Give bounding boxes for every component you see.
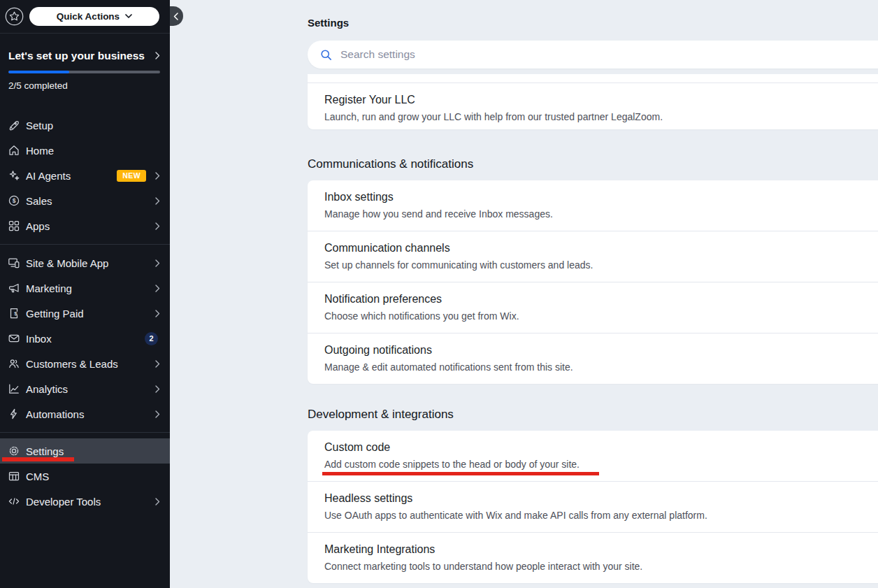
- row-description: Connect marketing tools to understand ho…: [324, 560, 878, 573]
- row-description: Use OAuth apps to authenticate with Wix …: [324, 509, 878, 522]
- sparkles-icon: [8, 169, 20, 182]
- row-description: Add custom code snippets to the head or …: [324, 458, 878, 471]
- settings-row-inbox-settings[interactable]: Inbox settings Manage how you send and r…: [308, 180, 878, 231]
- settings-card-business: Register Your LLC Launch, run and grow y…: [308, 74, 878, 129]
- invoice-icon: $: [8, 307, 20, 320]
- home-icon: [8, 144, 20, 157]
- row-description: Launch, run and grow your LLC with help …: [324, 110, 878, 123]
- svg-text:$: $: [13, 197, 16, 204]
- page-title: Settings: [308, 17, 878, 29]
- row-description: Set up channels for communicating with c…: [324, 259, 878, 271]
- setup-banner[interactable]: Let's set up your business 2/5 completed: [0, 34, 170, 92]
- row-description: Manage how you send and receive Inbox me…: [324, 208, 878, 220]
- chevron-right-icon: [155, 172, 160, 180]
- chevron-right-icon: [155, 285, 160, 292]
- chevron-right-icon: [155, 259, 160, 267]
- settings-card-communications: Inbox settings Manage how you send and r…: [308, 180, 878, 384]
- settings-page: Settings Register Your LLC Launch, run a…: [170, 0, 878, 588]
- divider: [0, 244, 170, 245]
- sidebar-item-site-mobile-app[interactable]: Site & Mobile App: [0, 250, 170, 275]
- new-badge: NEW: [117, 170, 146, 182]
- row-title: Register Your LLC: [324, 93, 878, 107]
- sidebar-item-sales[interactable]: $ Sales: [0, 188, 170, 213]
- sidebar-item-cms[interactable]: CMS: [0, 464, 170, 489]
- chevron-right-icon: [155, 310, 160, 317]
- sidebar-item-developer-tools[interactable]: Developer Tools: [0, 489, 170, 514]
- device-icon: [8, 257, 20, 269]
- favorites-star-icon[interactable]: [5, 7, 24, 26]
- sidebar-item-getting-paid[interactable]: $ Getting Paid: [0, 301, 170, 326]
- inbox-icon: [8, 332, 20, 345]
- chevron-right-icon: [155, 410, 160, 418]
- settings-card-development: Custom code Add custom code snippets to …: [308, 431, 878, 583]
- settings-row-headless-settings[interactable]: Headless settings Use OAuth apps to auth…: [308, 481, 878, 532]
- wix-dashboard: Quick Actions Let's set up your business…: [0, 0, 878, 588]
- setup-banner-title: Let's set up your business: [8, 49, 145, 62]
- chevron-right-icon: [155, 222, 160, 230]
- section-heading-communications: Communications & notifications: [308, 157, 878, 172]
- sidebar-item-setup[interactable]: Setup: [0, 113, 170, 138]
- chevron-right-icon: [155, 52, 160, 59]
- sidebar-item-inbox[interactable]: Inbox 2: [0, 326, 170, 351]
- chevron-right-icon: [155, 498, 160, 505]
- row-title: Headless settings: [324, 492, 878, 505]
- quick-actions-label: Quick Actions: [57, 11, 120, 22]
- quick-actions-button[interactable]: Quick Actions: [29, 7, 159, 26]
- search-bar[interactable]: [308, 41, 878, 69]
- sidebar-item-marketing[interactable]: Marketing: [0, 275, 170, 301]
- table-icon: [8, 470, 20, 482]
- people-icon: [8, 357, 20, 370]
- sidebar-item-analytics[interactable]: Analytics: [0, 376, 170, 401]
- settings-row-marketing-integrations[interactable]: Marketing Integrations Connect marketing…: [308, 532, 878, 583]
- settings-row-register-llc[interactable]: Register Your LLC Launch, run and grow y…: [308, 83, 878, 129]
- row-title: Outgoing notifications: [324, 343, 878, 357]
- partial-row-remnant: [308, 74, 878, 83]
- gear-icon: [8, 445, 20, 457]
- search-icon: [319, 48, 333, 62]
- setup-progress-bar: [8, 71, 160, 73]
- setup-progress-fill: [8, 71, 69, 73]
- inbox-count-badge: 2: [145, 332, 158, 345]
- search-input[interactable]: [340, 48, 878, 61]
- megaphone-icon: [8, 282, 20, 294]
- row-title: Inbox settings: [324, 190, 878, 204]
- section-heading-development: Development & integrations: [308, 407, 878, 422]
- sidebar-item-home[interactable]: Home: [0, 138, 170, 163]
- sidebar-item-apps[interactable]: Apps: [0, 213, 170, 238]
- rocket-icon: [8, 119, 20, 131]
- divider: [0, 432, 170, 433]
- sidebar-nav: Setup Home AI Agents NEW $ Sales Apps: [0, 113, 170, 514]
- sidebar-item-customers-leads[interactable]: Customers & Leads: [0, 351, 170, 376]
- svg-text:$: $: [14, 310, 17, 317]
- row-title: Communication channels: [324, 241, 878, 255]
- chevron-right-icon: [155, 385, 160, 393]
- code-icon: [8, 495, 20, 508]
- chevron-down-icon: [125, 14, 132, 19]
- chevron-right-icon: [155, 197, 160, 205]
- sidebar-top-bar: Quick Actions: [0, 0, 170, 34]
- row-description: Choose which notifications you get from …: [324, 310, 878, 322]
- row-title: Notification preferences: [324, 292, 878, 306]
- settings-row-outgoing-notifications[interactable]: Outgoing notifications Manage & edit aut…: [308, 333, 878, 384]
- sidebar-item-ai-agents[interactable]: AI Agents NEW: [0, 163, 170, 188]
- apps-grid-icon: [8, 220, 20, 232]
- settings-row-communication-channels[interactable]: Communication channels Set up channels f…: [308, 231, 878, 282]
- row-title: Custom code: [324, 440, 878, 454]
- setup-progress-label: 2/5 completed: [8, 80, 160, 92]
- row-title: Marketing Integrations: [324, 543, 878, 557]
- annotation-underline-settings: [2, 457, 74, 461]
- lightning-icon: [8, 408, 20, 420]
- chevron-right-icon: [155, 360, 160, 368]
- dollar-circle-icon: $: [8, 194, 20, 207]
- sidebar: Quick Actions Let's set up your business…: [0, 0, 170, 588]
- settings-row-custom-code[interactable]: Custom code Add custom code snippets to …: [308, 431, 878, 481]
- settings-row-notification-preferences[interactable]: Notification preferences Choose which no…: [308, 282, 878, 333]
- row-description: Manage & edit automated notifications se…: [324, 361, 878, 373]
- sidebar-item-automations[interactable]: Automations: [0, 401, 170, 426]
- annotation-underline-custom-code: [322, 472, 599, 475]
- chart-icon: [8, 382, 20, 395]
